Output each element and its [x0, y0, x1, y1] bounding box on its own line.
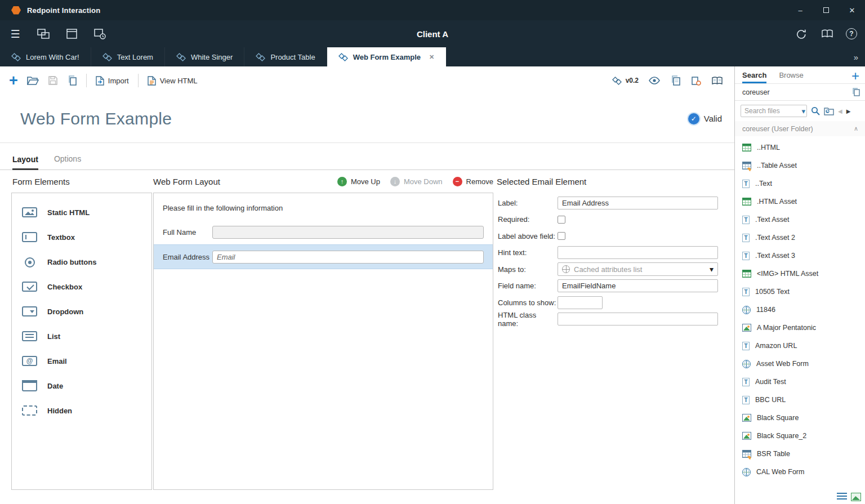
add-asset-button[interactable] — [851, 70, 859, 83]
hint-text-field[interactable] — [558, 246, 718, 259]
maximize-icon — [823, 7, 829, 13]
web-form-icon — [742, 360, 751, 368]
duplicate-pages-icon[interactable] — [670, 75, 681, 86]
form-row-full-name[interactable]: Full Name — [154, 220, 493, 244]
document-tab[interactable]: Web Form Example — [327, 47, 447, 66]
asset-list-item[interactable]: BBC URL — [735, 391, 865, 409]
view-html-label: View HTML — [160, 77, 198, 85]
asset-list-item[interactable]: CAL Web Form — [735, 463, 865, 481]
tab-options[interactable]: Options — [54, 154, 81, 170]
search-scope-chevron-icon[interactable] — [801, 107, 805, 115]
field-name-field[interactable] — [558, 279, 718, 292]
label-above-checkbox[interactable] — [558, 232, 565, 240]
asset-list-item[interactable]: .Text Asset 3 — [735, 247, 865, 265]
client-title: Client A — [0, 29, 865, 39]
maps-to-select[interactable]: Cached attributes list — [558, 262, 718, 276]
asset-list-item[interactable]: Amazon URL — [735, 337, 865, 355]
asset-list-item[interactable]: ..Table Asset — [735, 157, 865, 175]
asset-list-item[interactable]: <IMG> HTML Asset — [735, 265, 865, 283]
save-button[interactable] — [48, 75, 58, 86]
folder-filter-input[interactable] — [742, 88, 848, 96]
columns-to-show-field[interactable] — [558, 296, 603, 309]
email-input[interactable] — [212, 251, 484, 264]
maximize-button[interactable] — [813, 0, 839, 20]
copy-button[interactable] — [67, 75, 77, 86]
search-icon[interactable] — [811, 106, 820, 115]
required-checkbox[interactable] — [558, 216, 565, 224]
property-label: HTML class name: — [498, 311, 558, 328]
page-title: Web Form Example — [20, 109, 172, 128]
help-icon[interactable] — [846, 28, 857, 39]
html-class-name-field[interactable] — [558, 313, 718, 325]
form-element[interactable]: Static HTML — [12, 200, 151, 225]
tab-browse[interactable]: Browse — [779, 71, 803, 83]
main-menu-icon[interactable] — [8, 26, 23, 41]
asset-list-item[interactable]: .Text Asset 2 — [735, 229, 865, 247]
documentation-book-icon[interactable] — [820, 26, 835, 41]
asset-list-item[interactable]: A Major Pentatonic — [735, 319, 865, 337]
form-element[interactable]: Date — [12, 373, 151, 398]
window-icon[interactable] — [64, 26, 79, 41]
tab-search[interactable]: Search — [742, 71, 766, 83]
form-row-email-selected[interactable]: Email Address — [154, 244, 493, 269]
preview-eye-icon[interactable] — [649, 77, 660, 84]
full-name-input[interactable] — [212, 226, 484, 239]
tab-label: Lorem With Car! — [26, 53, 79, 61]
tab-overflow-icon[interactable] — [847, 47, 865, 66]
label-field[interactable] — [558, 197, 718, 209]
import-button[interactable]: Import — [96, 76, 129, 86]
remove-label: Remove — [466, 177, 493, 186]
remove-button[interactable]: Remove — [453, 177, 493, 186]
collapse-chevron-icon[interactable] — [854, 125, 858, 132]
form-element[interactable]: Hidden — [12, 398, 151, 423]
version-button[interactable]: v0.2 — [612, 77, 639, 85]
asset-list-item[interactable]: .HTML Asset — [735, 193, 865, 211]
document-tab[interactable]: Product Table — [244, 47, 327, 66]
asset-list-item[interactable]: Audit Test — [735, 373, 865, 391]
document-tabs: Lorem With Car! Text Lorem White Singer — [0, 47, 847, 66]
search-files-input[interactable] — [741, 105, 807, 117]
asset-name: Amazon URL — [755, 342, 797, 350]
layouts-icon[interactable] — [36, 26, 51, 41]
document-tab[interactable]: Text Lorem — [91, 47, 165, 66]
move-down-button[interactable]: Move Down — [390, 177, 443, 186]
list-view-icon[interactable] — [837, 493, 847, 501]
form-element[interactable]: List — [12, 324, 151, 349]
tab-label: White Singer — [191, 53, 233, 61]
new-button[interactable] — [9, 74, 18, 87]
document-tab[interactable]: Lorem With Car! — [0, 47, 91, 66]
open-button[interactable] — [27, 76, 39, 86]
close-tab-icon[interactable] — [429, 53, 434, 61]
next-result-icon[interactable] — [846, 108, 851, 114]
minimize-button[interactable] — [787, 0, 813, 20]
form-element[interactable]: Radio buttons — [12, 249, 151, 274]
view-html-button[interactable]: View HTML — [148, 76, 198, 86]
reference-book-icon[interactable] — [711, 77, 723, 85]
close-button[interactable] — [839, 0, 865, 20]
move-up-button[interactable]: Move Up — [337, 177, 380, 186]
copy-path-icon[interactable] — [851, 88, 860, 96]
asset-list-item[interactable]: Asset Web Form — [735, 355, 865, 373]
asset-name: .Text Asset 3 — [755, 252, 795, 260]
form-element[interactable]: Email — [12, 349, 151, 373]
snapshot-icon[interactable] — [691, 76, 701, 86]
document-tab[interactable]: White Singer — [165, 47, 244, 66]
asset-list-item[interactable]: Black Square — [735, 409, 865, 427]
asset-list-item[interactable]: ..Text — [735, 175, 865, 193]
search-in-folder-icon[interactable] — [824, 107, 834, 115]
asset-list-item[interactable]: 10505 Text — [735, 283, 865, 301]
asset-list-item[interactable]: 11846 — [735, 301, 865, 319]
asset-list-item[interactable]: ..HTML — [735, 139, 865, 157]
form-element[interactable]: Checkbox — [12, 274, 151, 299]
form-element[interactable]: Dropdown — [12, 299, 151, 324]
previous-result-icon[interactable] — [838, 108, 842, 114]
asset-list-item[interactable]: .Text Asset — [735, 211, 865, 229]
sync-icon[interactable] — [794, 26, 809, 41]
window-history-icon[interactable] — [92, 26, 107, 41]
form-element[interactable]: Textbox — [12, 225, 151, 249]
asset-list-item[interactable]: BSR Table — [735, 445, 865, 463]
folder-section-header[interactable]: coreuser (User Folder) — [735, 121, 865, 136]
tab-layout[interactable]: Layout — [12, 155, 38, 170]
asset-list-item[interactable]: Black Square_2 — [735, 427, 865, 445]
thumbnail-view-icon[interactable] — [851, 493, 861, 501]
